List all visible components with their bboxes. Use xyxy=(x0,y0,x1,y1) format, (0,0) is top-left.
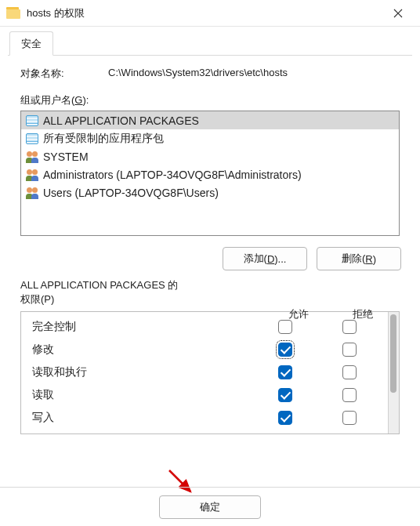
list-item[interactable]: 所有受限制的应用程序包 xyxy=(21,129,399,147)
list-item-label: Users (LAPTOP-34OVQG8F\Users) xyxy=(43,187,219,199)
permission-name: 读取和执行 xyxy=(27,365,253,379)
permission-name: 修改 xyxy=(27,343,253,357)
users-group-icon xyxy=(26,151,40,163)
allow-checkbox[interactable] xyxy=(278,343,292,357)
window-title: hosts 的权限 xyxy=(27,6,382,20)
list-item[interactable]: Administrators (LAPTOP-34OVQG8F\Administ… xyxy=(21,165,399,183)
groups-listbox[interactable]: ALL APPLICATION PACKAGES所有受限制的应用程序包SYSTE… xyxy=(20,111,400,236)
list-item[interactable]: SYSTEM xyxy=(21,147,399,165)
title-bar: hosts 的权限 xyxy=(0,0,420,27)
list-item-label: ALL APPLICATION PACKAGES xyxy=(43,114,199,127)
list-item-label: Administrators (LAPTOP-34OVQG8F\Administ… xyxy=(43,169,302,181)
allow-checkbox[interactable] xyxy=(278,411,292,425)
deny-checkbox[interactable] xyxy=(342,388,357,402)
groups-label: 组或用户名(G): xyxy=(20,93,400,107)
permissions-scrollbar[interactable] xyxy=(388,312,399,433)
allow-checkbox[interactable] xyxy=(278,320,292,334)
scrollbar-thumb[interactable] xyxy=(390,314,396,393)
permission-name: 完全控制 xyxy=(27,320,253,334)
close-icon xyxy=(393,9,403,18)
deny-checkbox[interactable] xyxy=(342,365,357,379)
permissions-table: 完全控制修改读取和执行读取写入 xyxy=(20,311,400,434)
tab-security[interactable]: 安全 xyxy=(9,31,53,56)
dialog-button-bar: 确定 xyxy=(0,487,420,526)
deny-checkbox[interactable] xyxy=(342,343,357,357)
permissions-label: ALL APPLICATION PACKAGES 的 权限(P) xyxy=(20,278,400,307)
permission-name: 读取 xyxy=(27,388,253,402)
deny-checkbox[interactable] xyxy=(342,320,357,334)
list-item-label: 所有受限制的应用程序包 xyxy=(43,132,164,146)
object-name-label: 对象名称: xyxy=(20,67,108,81)
users-group-icon xyxy=(26,187,40,199)
folder-icon xyxy=(6,7,20,20)
remove-button[interactable]: 删除(R) xyxy=(317,247,401,270)
users-group-icon xyxy=(26,169,40,181)
permission-row: 写入 xyxy=(27,406,382,429)
permission-row: 修改 xyxy=(27,338,382,361)
object-name-row: 对象名称: C:\Windows\System32\drivers\etc\ho… xyxy=(20,67,400,81)
list-item[interactable]: Users (LAPTOP-34OVQG8F\Users) xyxy=(21,183,399,201)
app-package-icon xyxy=(26,133,38,144)
list-item-label: SYSTEM xyxy=(43,151,89,163)
list-item[interactable]: ALL APPLICATION PACKAGES xyxy=(21,111,399,129)
deny-checkbox[interactable] xyxy=(342,411,357,425)
tab-strip: 安全 xyxy=(8,31,412,56)
permission-name: 写入 xyxy=(27,411,253,425)
allow-checkbox[interactable] xyxy=(278,365,292,379)
allow-checkbox[interactable] xyxy=(278,388,292,402)
close-button[interactable] xyxy=(382,2,414,25)
ok-button[interactable]: 确定 xyxy=(159,495,261,519)
app-package-icon xyxy=(26,115,38,126)
permission-row: 完全控制 xyxy=(27,315,382,338)
permission-row: 读取和执行 xyxy=(27,361,382,383)
object-name-value: C:\Windows\System32\drivers\etc\hosts xyxy=(108,67,288,81)
permission-row: 读取 xyxy=(27,383,382,406)
add-button[interactable]: 添加(D)... xyxy=(223,247,307,270)
